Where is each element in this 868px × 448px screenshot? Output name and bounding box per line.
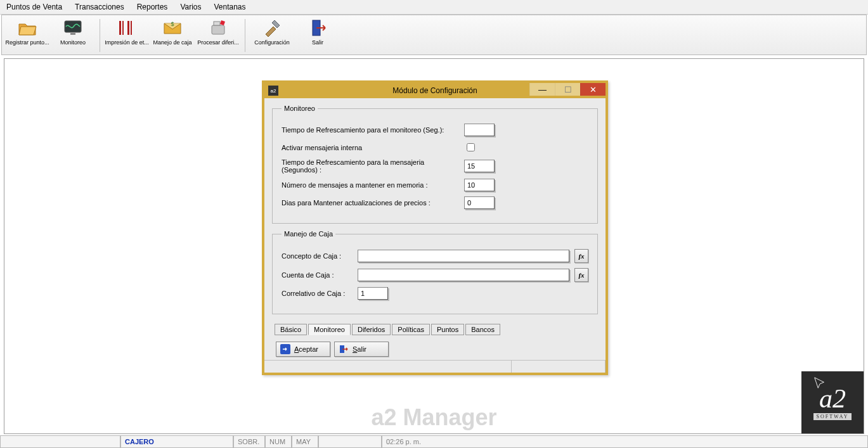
num-messages-label: Número de mensajes a mantener en memoria… — [282, 181, 459, 189]
tools-icon — [262, 18, 282, 38]
cash-register-icon — [208, 18, 228, 38]
cuenta-caja-input[interactable] — [358, 269, 569, 281]
svg-rect-5 — [131, 21, 132, 35]
toolbar-registrar-punto[interactable]: Registrar punto... — [4, 16, 50, 47]
accept-button[interactable]: Aceptar — [276, 342, 330, 357]
status-cell-empty2 — [318, 436, 382, 448]
svg-rect-3 — [122, 21, 124, 35]
dialog-status-cell — [264, 361, 512, 373]
enable-messaging-checkbox[interactable] — [467, 143, 475, 151]
toolbar-label: Procesar diferi... — [197, 39, 239, 46]
num-messages-input[interactable] — [464, 179, 495, 191]
svg-rect-8 — [214, 22, 220, 25]
enable-messaging-label: Activar mensajeria interna — [282, 144, 459, 151]
concepto-caja-lookup-button[interactable]: fx — [574, 249, 588, 263]
main-toolbar: Registrar punto... Monitoreo Impresión d… — [1, 15, 867, 55]
toolbar-salir[interactable]: Salir — [295, 16, 340, 47]
toolbar-label: Impresión de et... — [105, 39, 149, 46]
exit-button[interactable]: Salir — [334, 342, 389, 357]
maximize-button[interactable]: ☐ — [555, 83, 580, 96]
accept-arrow-icon — [280, 344, 290, 354]
menu-transacciones[interactable]: Transacciones — [72, 1, 127, 13]
menu-puntos-de-venta[interactable]: Puntos de Venta — [4, 1, 65, 13]
toolbar-label: Manejo de caja — [153, 39, 191, 46]
svg-rect-0 — [65, 21, 81, 32]
svg-rect-1 — [70, 33, 75, 35]
tab-basico[interactable]: Básico — [275, 324, 307, 335]
refresh-monitor-label: Tiempo de Refrescamiento para el monitor… — [282, 126, 459, 134]
menu-reportes[interactable]: Reportes — [134, 1, 171, 13]
watermark-text: a2 Manager — [371, 404, 496, 431]
group-monitoreo-legend: Monitoreo — [282, 105, 318, 112]
status-num: NUM — [265, 436, 292, 448]
toolbar-monitoreo[interactable]: Monitoreo — [50, 16, 96, 47]
status-cajero: CAJERO — [120, 436, 233, 448]
toolbar-label: Salir — [312, 39, 323, 46]
dialog-titlebar[interactable]: a2 Módulo de Configuración — ☐ ✕ — [264, 83, 606, 98]
refresh-messaging-input[interactable] — [464, 160, 495, 172]
status-may: MAY — [292, 436, 318, 448]
cuenta-caja-lookup-button[interactable]: fx — [574, 268, 588, 282]
group-monitoreo: Monitoreo Tiempo de Refrescamiento para … — [272, 105, 598, 224]
tab-diferidos[interactable]: Diferidos — [352, 324, 391, 335]
toolbar-manejo-caja[interactable]: $ Manejo de caja — [150, 16, 195, 47]
toolbar-impresion-etiquetas[interactable]: Impresión de et... — [104, 16, 150, 47]
svg-rect-7 — [212, 25, 224, 34]
tab-monitoreo[interactable]: Monitoreo — [308, 324, 351, 335]
exit-door-icon — [308, 18, 328, 38]
svg-rect-2 — [119, 21, 121, 35]
status-cell-empty — [0, 436, 120, 448]
exit-label-rest: alir — [357, 345, 366, 353]
group-manejo-caja: Manejo de Caja Concepto de Caja : fx Cue… — [272, 230, 598, 314]
lookup-icon: fx — [578, 271, 584, 279]
svg-rect-4 — [127, 21, 129, 35]
app-icon: a2 — [268, 86, 278, 96]
status-sobr: SOBR. — [233, 436, 265, 448]
envelope-money-icon: $ — [162, 18, 183, 38]
brand-sub: SOFTWAY — [813, 413, 851, 420]
cursor-icon — [813, 376, 827, 390]
days-price-input[interactable] — [464, 196, 495, 209]
dialog-status-cell — [512, 361, 606, 373]
dialog-statusbar — [264, 360, 606, 373]
status-time: 02:26 p. m. — [382, 436, 868, 448]
minimize-button[interactable]: — — [529, 83, 555, 96]
tab-bancos[interactable]: Bancos — [465, 324, 500, 335]
monitor-icon — [63, 18, 83, 38]
refresh-messaging-label: Tiempo de Refrescamiento para la mensaje… — [282, 158, 459, 174]
dialog-body: Monitoreo Tiempo de Refrescamiento para … — [264, 98, 606, 364]
toolbar-label: Monitoreo — [60, 39, 86, 46]
lookup-icon: fx — [578, 252, 584, 260]
correlativo-caja-input[interactable] — [358, 287, 388, 300]
barcode-icon — [117, 18, 137, 38]
toolbar-separator — [245, 19, 245, 52]
days-price-label: Dias para Mantener actualizaciones de pr… — [282, 199, 459, 207]
config-dialog: a2 Módulo de Configuración — ☐ ✕ Monitor… — [262, 80, 608, 375]
close-button[interactable]: ✕ — [580, 83, 606, 96]
toolbar-procesar-diferidos[interactable]: Procesar diferi... — [195, 16, 241, 47]
toolbar-label: Configuración — [254, 39, 290, 46]
menu-ventanas[interactable]: Ventanas — [212, 1, 249, 13]
refresh-monitor-input[interactable] — [464, 124, 495, 136]
main-statusbar: CAJERO SOBR. NUM MAY 02:26 p. m. — [0, 435, 868, 448]
cuenta-caja-label: Cuenta de Caja : — [282, 271, 353, 279]
menu-varios[interactable]: Varios — [178, 1, 204, 13]
menubar: Puntos de Venta Transacciones Reportes V… — [0, 0, 868, 15]
folder-open-icon — [17, 18, 37, 38]
concepto-caja-label: Concepto de Caja : — [282, 252, 353, 260]
tab-politicas[interactable]: Políticas — [392, 324, 430, 335]
svg-marker-9 — [220, 20, 225, 25]
toolbar-configuracion[interactable]: Configuración — [249, 16, 295, 47]
toolbar-separator — [100, 19, 100, 52]
dialog-tabstrip: Básico Monitoreo Diferidos Políticas Pun… — [272, 321, 598, 335]
group-caja-legend: Manejo de Caja — [282, 230, 335, 238]
correlativo-caja-label: Correlativo de Caja : — [282, 290, 353, 297]
tab-puntos[interactable]: Puntos — [431, 324, 464, 335]
svg-text:$: $ — [171, 21, 174, 27]
exit-arrow-icon — [339, 344, 349, 354]
concepto-caja-input[interactable] — [358, 250, 569, 262]
toolbar-label: Registrar punto... — [5, 39, 49, 46]
brand-logo: a2 SOFTWAY — [801, 371, 864, 433]
dialog-button-row: Aceptar Salir — [272, 335, 598, 361]
accept-label-rest: ceptar — [299, 345, 318, 353]
